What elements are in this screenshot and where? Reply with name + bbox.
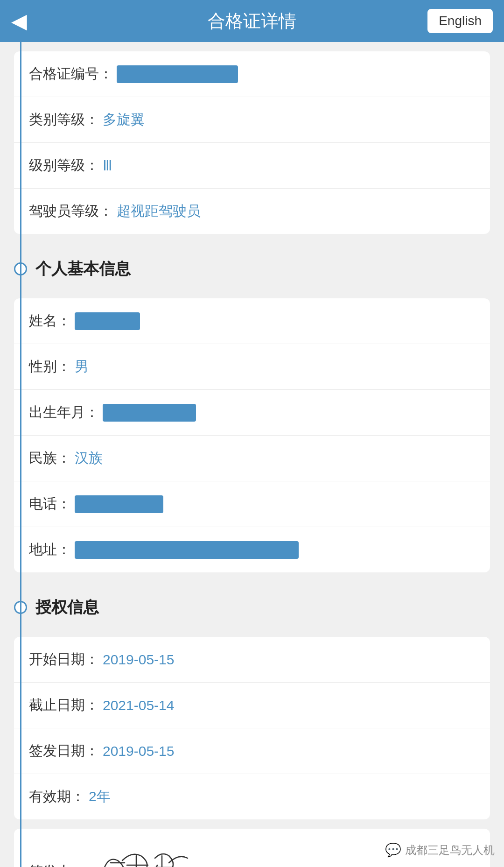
auth-info-card: 开始日期： 2019-05-15 截止日期： 2021-05-14 签发日期： … [14, 637, 490, 819]
end-date-row: 截止日期： 2021-05-14 [14, 683, 490, 728]
issue-date-row: 签发日期： 2019-05-15 [14, 728, 490, 774]
start-date-value: 2019-05-15 [103, 652, 174, 668]
level-value: Ⅲ [103, 157, 112, 174]
issue-date-value: 2019-05-15 [103, 743, 174, 759]
end-date-label: 截止日期： [29, 696, 99, 715]
validity-label: 有效期： [29, 787, 85, 806]
start-date-label: 开始日期： [29, 650, 99, 669]
signature-image [94, 842, 197, 867]
gender-value: 男 [75, 357, 89, 376]
auth-info-section-header: 授权信息 [0, 582, 504, 627]
validity-value: 2年 [89, 787, 111, 806]
issuer-label: 签发人： [29, 862, 85, 867]
phone-value-redacted [75, 495, 163, 513]
level-row: 级别等级： Ⅲ [14, 143, 490, 189]
phone-label: 电话： [29, 494, 71, 514]
name-value-redacted [75, 312, 140, 330]
dob-row: 出生年月： [14, 390, 490, 436]
driver-level-row: 驾驶员等级： 超视距驾驶员 [14, 189, 490, 234]
cert-number-row: 合格证编号： [14, 51, 490, 97]
personal-info-title: 个人基本信息 [35, 258, 131, 280]
name-row: 姓名： [14, 298, 490, 344]
driver-level-label: 驾驶员等级： [29, 202, 113, 221]
cert-number-label: 合格证编号： [29, 64, 113, 84]
page-header: ◀ 合格证详情 English [0, 0, 504, 42]
address-label: 地址： [29, 540, 71, 559]
certificate-info-card: 合格证编号： 类别等级： 多旋翼 级别等级： Ⅲ 驾驶员等级： 超视距驾驶员 [14, 51, 490, 234]
ethnicity-row: 民族： 汉族 [14, 436, 490, 481]
auth-info-title: 授权信息 [35, 597, 99, 618]
name-label: 姓名： [29, 311, 71, 331]
validity-row: 有效期： 2年 [14, 774, 490, 819]
address-row: 地址： [14, 527, 490, 572]
dob-label: 出生年月： [29, 403, 99, 422]
ethnicity-value: 汉族 [75, 449, 103, 468]
ethnicity-label: 民族： [29, 449, 71, 468]
category-value: 多旋翼 [103, 110, 145, 129]
page-title: 合格证详情 [208, 9, 296, 33]
cert-number-value-redacted [117, 65, 238, 83]
bottom-watermark: 💬 成都三足鸟无人机 [385, 842, 495, 858]
dob-value-redacted [103, 404, 196, 422]
personal-info-section-header: 个人基本信息 [0, 243, 504, 289]
personal-info-card: 姓名： 性别： 男 出生年月： 民族： 汉族 电话： 地址： [14, 298, 490, 572]
driver-level-value: 超视距驾驶员 [117, 202, 201, 221]
level-label: 级别等级： [29, 156, 99, 175]
gender-row: 性别： 男 [14, 344, 490, 390]
language-button[interactable]: English [427, 9, 493, 33]
category-row: 类别等级： 多旋翼 [14, 97, 490, 143]
start-date-row: 开始日期： 2019-05-15 [14, 637, 490, 683]
gender-label: 性别： [29, 357, 71, 376]
watermark-text: 成都三足鸟无人机 [405, 843, 495, 858]
issue-date-label: 签发日期： [29, 741, 99, 761]
category-label: 类别等级： [29, 110, 99, 129]
end-date-value: 2021-05-14 [103, 698, 174, 713]
phone-row: 电话： [14, 481, 490, 527]
watermark-icon: 💬 [385, 842, 401, 858]
back-button[interactable]: ◀ [11, 11, 27, 31]
address-value-redacted [75, 541, 299, 559]
